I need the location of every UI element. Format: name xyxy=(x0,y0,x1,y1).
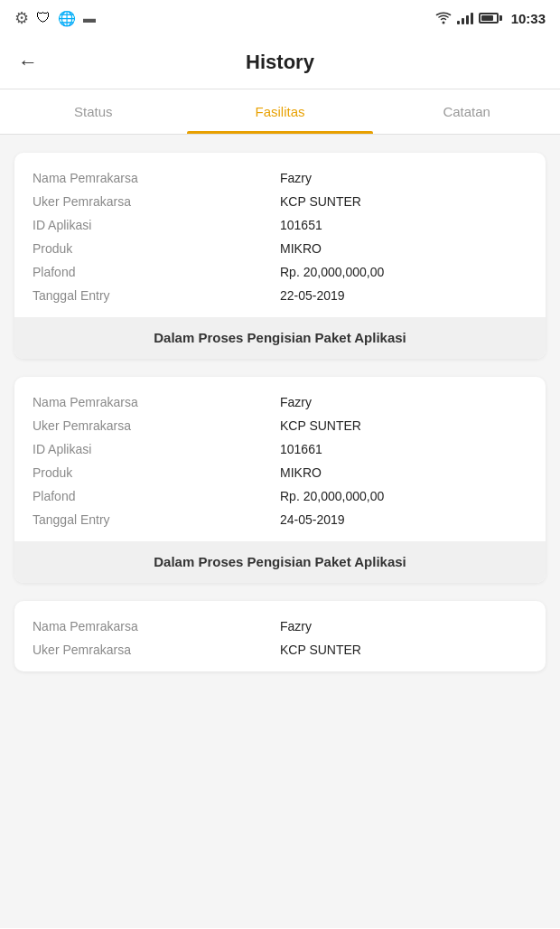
svg-point-0 xyxy=(442,22,444,24)
signal-icon xyxy=(457,12,473,24)
label-tanggal-1: Tanggal Entry xyxy=(33,288,280,303)
status-bar-right: 10:33 xyxy=(435,11,546,26)
wifi-icon xyxy=(435,12,452,24)
row-tanggal-1: Tanggal Entry 22-05-2019 xyxy=(33,288,527,303)
value-uker-2: KCP SUNTER xyxy=(280,418,527,433)
label-plafond-1: Plafond xyxy=(33,265,280,279)
row-plafond-1: Plafond Rp. 20,000,000,00 xyxy=(33,265,527,279)
value-nama-2: Fazry xyxy=(280,395,527,409)
value-produk-2: MIKRO xyxy=(280,465,527,480)
sim-icon xyxy=(83,10,96,26)
label-produk-1: Produk xyxy=(33,241,280,256)
row-tanggal-2: Tanggal Entry 24-05-2019 xyxy=(33,512,527,527)
label-produk-2: Produk xyxy=(33,465,280,480)
gear-icon xyxy=(14,8,29,28)
app-header: ← History xyxy=(0,36,560,89)
tab-catatan[interactable]: Catatan xyxy=(373,89,560,134)
status-bar-left xyxy=(14,8,96,28)
globe-icon xyxy=(58,10,76,27)
back-button[interactable]: ← xyxy=(18,51,38,74)
history-card-3: Nama Pemrakarsa Fazry Uker Pemrakarsa KC… xyxy=(14,601,546,671)
history-card-2: Nama Pemrakarsa Fazry Uker Pemrakarsa KC… xyxy=(14,377,546,583)
row-uker-3: Uker Pemrakarsa KCP SUNTER xyxy=(33,643,527,657)
card-status-2: Dalam Proses Pengisian Paket Aplikasi xyxy=(154,554,406,569)
value-tanggal-1: 22-05-2019 xyxy=(280,288,527,303)
row-produk-2: Produk MIKRO xyxy=(33,465,527,480)
battery-icon xyxy=(479,13,502,23)
label-uker-1: Uker Pemrakarsa xyxy=(33,194,280,209)
card-footer-1: Dalam Proses Pengisian Paket Aplikasi xyxy=(14,317,546,359)
value-id-2: 101661 xyxy=(280,442,527,456)
tab-status[interactable]: Status xyxy=(0,89,187,134)
label-nama-2: Nama Pemrakarsa xyxy=(33,395,280,409)
value-plafond-2: Rp. 20,000,000,00 xyxy=(280,489,527,503)
status-bar: 10:33 xyxy=(0,0,560,36)
tabs-container: Status Fasilitas Catatan xyxy=(0,89,560,135)
row-nama-2: Nama Pemrakarsa Fazry xyxy=(33,395,527,409)
value-tanggal-2: 24-05-2019 xyxy=(280,512,527,527)
card-body-2: Nama Pemrakarsa Fazry Uker Pemrakarsa KC… xyxy=(14,377,546,541)
page-title: History xyxy=(246,51,314,74)
shield-icon xyxy=(36,10,51,26)
value-plafond-1: Rp. 20,000,000,00 xyxy=(280,265,527,279)
label-id-1: ID Aplikasi xyxy=(33,218,280,232)
status-time: 10:33 xyxy=(511,11,546,26)
card-footer-2: Dalam Proses Pengisian Paket Aplikasi xyxy=(14,541,546,583)
label-id-2: ID Aplikasi xyxy=(33,442,280,456)
tab-fasilitas[interactable]: Fasilitas xyxy=(187,89,374,134)
label-uker-3: Uker Pemrakarsa xyxy=(33,643,280,657)
label-plafond-2: Plafond xyxy=(33,489,280,503)
value-produk-1: MIKRO xyxy=(280,241,527,256)
card-body-1: Nama Pemrakarsa Fazry Uker Pemrakarsa KC… xyxy=(14,153,546,317)
row-id-1: ID Aplikasi 101651 xyxy=(33,218,527,232)
row-id-2: ID Aplikasi 101661 xyxy=(33,442,527,456)
row-nama-1: Nama Pemrakarsa Fazry xyxy=(33,171,527,185)
label-nama-3: Nama Pemrakarsa xyxy=(33,619,280,633)
label-nama-1: Nama Pemrakarsa xyxy=(33,171,280,185)
label-uker-2: Uker Pemrakarsa xyxy=(33,418,280,433)
label-tanggal-2: Tanggal Entry xyxy=(33,512,280,527)
row-plafond-2: Plafond Rp. 20,000,000,00 xyxy=(33,489,527,503)
main-content: Nama Pemrakarsa Fazry Uker Pemrakarsa KC… xyxy=(0,135,560,928)
row-nama-3: Nama Pemrakarsa Fazry xyxy=(33,619,527,633)
value-uker-1: KCP SUNTER xyxy=(280,194,527,209)
card-status-1: Dalam Proses Pengisian Paket Aplikasi xyxy=(154,330,406,345)
row-produk-1: Produk MIKRO xyxy=(33,241,527,256)
value-uker-3: KCP SUNTER xyxy=(280,643,527,657)
value-nama-1: Fazry xyxy=(280,171,527,185)
row-uker-1: Uker Pemrakarsa KCP SUNTER xyxy=(33,194,527,209)
row-uker-2: Uker Pemrakarsa KCP SUNTER xyxy=(33,418,527,433)
value-nama-3: Fazry xyxy=(280,619,527,633)
value-id-1: 101651 xyxy=(280,218,527,232)
history-card-1: Nama Pemrakarsa Fazry Uker Pemrakarsa KC… xyxy=(14,153,546,359)
card-body-3: Nama Pemrakarsa Fazry Uker Pemrakarsa KC… xyxy=(14,601,546,671)
